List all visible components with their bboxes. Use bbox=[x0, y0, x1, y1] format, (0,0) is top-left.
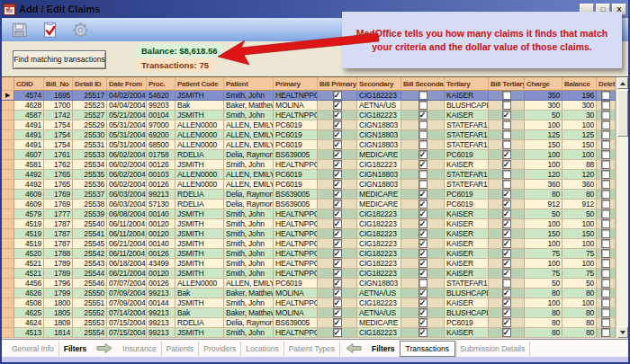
delete-checkbox[interactable] bbox=[601, 130, 610, 139]
bill-primary-checkbox[interactable]: ✓ bbox=[333, 150, 342, 159]
tab-general-info[interactable]: General Info bbox=[7, 342, 59, 356]
table-row[interactable]: 451917872554506/21/200400140JSMITHSmith,… bbox=[2, 239, 616, 249]
bill-primary-checkbox[interactable]: ✓ bbox=[333, 229, 342, 238]
bill-secondary-checkbox[interactable] bbox=[418, 91, 428, 100]
bill-primary-checkbox[interactable]: ✓ bbox=[333, 130, 342, 139]
bill-secondary-checkbox[interactable]: ✓ bbox=[418, 328, 428, 337]
table-row[interactable]: 449217652553506/02/200400103ALLEN0000ALL… bbox=[2, 170, 616, 180]
bill-primary-checkbox[interactable]: ✓ bbox=[333, 308, 342, 317]
table-row[interactable]: 445617962554607/07/200400126ALLEN0000ALL… bbox=[2, 279, 616, 289]
table-row[interactable]: 449117542553005/31/200469200ALLEN0000ALL… bbox=[2, 130, 616, 140]
bill-secondary-checkbox[interactable]: ✓ bbox=[418, 289, 428, 297]
column-header-bill-no[interactable]: Bill_No bbox=[44, 77, 73, 91]
bill-tertiary-checkbox[interactable] bbox=[502, 170, 511, 179]
bill-secondary-checkbox[interactable] bbox=[418, 170, 428, 179]
table-row[interactable]: 451318142555407/15/200499213JSMITHSmith,… bbox=[2, 328, 616, 338]
table-row[interactable]: 458717422552705/21/200400104JSMITHSmith,… bbox=[2, 111, 616, 120]
delete-checkbox[interactable] bbox=[601, 150, 610, 159]
bill-tertiary-checkbox[interactable] bbox=[502, 120, 511, 129]
column-header-proc[interactable]: Proc. bbox=[147, 77, 176, 91]
column-header-tertiary[interactable]: Tertiary bbox=[445, 77, 489, 91]
row-selector[interactable] bbox=[2, 130, 14, 140]
column-header-secondary[interactable]: Secondary bbox=[357, 77, 401, 91]
bill-tertiary-checkbox[interactable]: ✓ bbox=[502, 269, 511, 278]
table-row[interactable]: 458117622553406/02/200400126JSMITHSmith,… bbox=[2, 160, 616, 170]
table-row[interactable]: 462418092555307/15/200499213RDELIADelia,… bbox=[2, 318, 616, 328]
delete-checkbox[interactable] bbox=[601, 111, 610, 120]
bill-tertiary-checkbox[interactable]: ✓ bbox=[502, 239, 511, 248]
column-header-bill-secondary[interactable]: Bill Secondary bbox=[401, 77, 445, 91]
bill-primary-checkbox[interactable]: ✓ bbox=[333, 259, 342, 268]
tab-providers[interactable]: Providers bbox=[199, 342, 241, 356]
column-header-detail-id[interactable]: Detail ID bbox=[73, 77, 107, 91]
table-row[interactable]: 457917772553906/08/200400140JSMITHSmith,… bbox=[2, 209, 616, 219]
row-selector[interactable] bbox=[2, 180, 14, 190]
row-selector[interactable] bbox=[2, 111, 14, 120]
bill-secondary-checkbox[interactable]: ✓ bbox=[418, 259, 428, 268]
delete-checkbox[interactable] bbox=[601, 101, 610, 110]
column-header-cdid[interactable]: CDID bbox=[14, 77, 44, 91]
bill-secondary-checkbox[interactable]: ✓ bbox=[418, 318, 428, 327]
vertical-scrollbar[interactable] bbox=[616, 77, 628, 338]
delete-checkbox[interactable] bbox=[601, 229, 610, 238]
row-selector[interactable]: ▶ bbox=[2, 91, 14, 101]
table-row[interactable]: 460717612553306/02/200401758RDELIADelia,… bbox=[2, 150, 616, 160]
column-header-balance[interactable]: Balance bbox=[562, 77, 597, 91]
bill-tertiary-checkbox[interactable]: ✓ bbox=[502, 190, 511, 199]
row-selector[interactable] bbox=[2, 308, 14, 318]
bill-secondary-checkbox[interactable] bbox=[418, 101, 428, 110]
scrollbar-thumb[interactable] bbox=[617, 90, 628, 137]
bill-primary-checkbox[interactable]: ✓ bbox=[333, 328, 342, 337]
row-selector[interactable] bbox=[2, 101, 14, 111]
bill-tertiary-checkbox[interactable] bbox=[502, 279, 511, 288]
table-row[interactable]: 462817002552304/04/200499203BakBaker, Ma… bbox=[2, 101, 616, 111]
bill-primary-checkbox[interactable]: ✓ bbox=[333, 289, 342, 297]
bill-primary-checkbox[interactable]: ✓ bbox=[333, 120, 342, 129]
delete-checkbox[interactable] bbox=[601, 269, 610, 278]
row-selector[interactable] bbox=[2, 170, 14, 180]
row-selector[interactable] bbox=[2, 229, 14, 239]
tab-filters[interactable]: Filters bbox=[59, 342, 92, 356]
bill-secondary-checkbox[interactable] bbox=[418, 130, 428, 139]
bill-primary-checkbox[interactable]: ✓ bbox=[333, 111, 342, 120]
bill-secondary-checkbox[interactable]: ✓ bbox=[418, 269, 428, 278]
bill-tertiary-checkbox[interactable]: ✓ bbox=[502, 111, 511, 120]
delete-checkbox[interactable] bbox=[601, 160, 610, 169]
bill-tertiary-checkbox[interactable]: ✓ bbox=[502, 219, 511, 228]
bill-primary-checkbox[interactable]: ✓ bbox=[333, 279, 342, 288]
row-selector[interactable] bbox=[2, 298, 14, 308]
bill-tertiary-checkbox[interactable] bbox=[502, 101, 511, 110]
delete-checkbox[interactable] bbox=[601, 289, 610, 297]
bill-tertiary-checkbox[interactable]: ✓ bbox=[502, 259, 511, 268]
delete-checkbox[interactable] bbox=[601, 308, 610, 317]
row-selector[interactable] bbox=[2, 160, 14, 170]
validate-claims-button[interactable] bbox=[40, 21, 59, 39]
row-selector[interactable] bbox=[2, 249, 14, 259]
bill-primary-checkbox[interactable]: ✓ bbox=[333, 200, 342, 209]
bill-tertiary-checkbox[interactable]: ✓ bbox=[502, 328, 511, 337]
bill-primary-checkbox[interactable]: ✓ bbox=[333, 249, 342, 258]
bill-primary-checkbox[interactable]: ✓ bbox=[333, 190, 342, 199]
table-row[interactable]: 451917872554106/11/200400120JSMITHSmith,… bbox=[2, 229, 616, 239]
tab-locations[interactable]: Locations bbox=[241, 342, 284, 356]
bill-secondary-checkbox[interactable]: ✓ bbox=[418, 200, 428, 209]
tab-submission-details[interactable]: Submission Details bbox=[455, 342, 530, 356]
find-matching-transactions-button[interactable]: Find matching transactions bbox=[13, 50, 106, 69]
table-row[interactable]: 452117892554306/18/200443499JSMITHSmith,… bbox=[2, 259, 616, 269]
row-selector[interactable] bbox=[2, 140, 14, 150]
column-header-date-from[interactable]: Date From bbox=[107, 77, 147, 91]
bill-tertiary-checkbox[interactable] bbox=[502, 130, 511, 139]
table-row[interactable]: 449117542552905/31/200497000ALLEN0000ALL… bbox=[2, 120, 616, 130]
delete-checkbox[interactable] bbox=[601, 209, 610, 218]
row-selector[interactable] bbox=[2, 150, 14, 160]
bill-tertiary-checkbox[interactable] bbox=[502, 91, 511, 100]
bill-tertiary-checkbox[interactable]: ✓ bbox=[502, 200, 511, 209]
settings-button[interactable] bbox=[70, 21, 90, 39]
delete-checkbox[interactable] bbox=[601, 91, 610, 100]
tab-filters[interactable]: Filters bbox=[367, 342, 400, 356]
bill-tertiary-checkbox[interactable]: ✓ bbox=[502, 298, 511, 307]
row-selector[interactable] bbox=[2, 200, 14, 209]
bill-secondary-checkbox[interactable] bbox=[418, 180, 428, 189]
row-selector[interactable] bbox=[2, 209, 14, 219]
row-selector[interactable] bbox=[2, 269, 14, 279]
